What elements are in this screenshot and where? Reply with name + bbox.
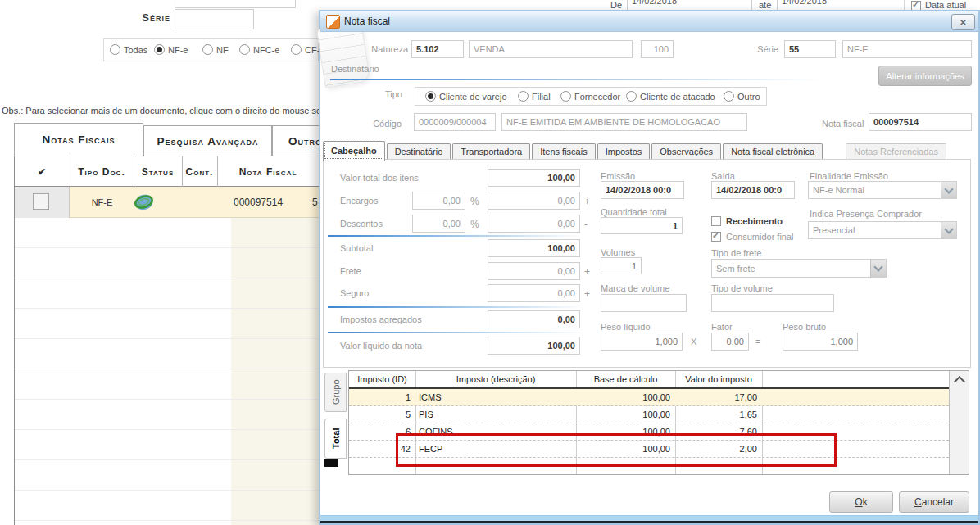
serie-desc-input[interactable]: NF-E xyxy=(842,40,972,58)
saida-input[interactable]: 14/02/2018 00:0 xyxy=(711,181,795,199)
col-check[interactable]: ✔ xyxy=(14,156,70,188)
fator-input[interactable]: 0,00 xyxy=(711,333,749,351)
imposto-row[interactable]: 1 ICMS 100,00 17,00 xyxy=(349,389,949,406)
radio-icon xyxy=(724,91,734,102)
radio-icon xyxy=(425,91,436,102)
presenca-label: Indica Presença Comprador xyxy=(810,209,922,219)
imposto-row[interactable]: 5 PIS 100,00 1,65 xyxy=(349,406,949,423)
natureza-code-input[interactable]: 5.102 xyxy=(411,40,464,58)
destinatario-nome-input[interactable]: NF-E EMITIDA EM AMBIENTE DE HOMOLOGACAO xyxy=(501,113,747,131)
col-valor-imposto[interactable]: Valor do imposto xyxy=(675,371,762,387)
seguro-input[interactable]: 0,00 xyxy=(488,284,580,302)
radio-nf[interactable]: NF xyxy=(202,44,229,55)
group-underline xyxy=(330,79,822,80)
serie-label: Série xyxy=(746,44,778,54)
radio-cliente-varejo[interactable]: Cliente de varejo xyxy=(425,91,507,102)
close-button[interactable]: ✕ xyxy=(951,14,975,30)
emissao-label: Emissão xyxy=(601,171,635,181)
presenca-select[interactable]: Presencial xyxy=(808,221,957,239)
finalidade-select[interactable]: NF-e Normal xyxy=(808,181,957,199)
valor-liquido-input[interactable]: 100,00 xyxy=(488,337,580,355)
col-tipo-doc[interactable]: Tipo Doc. xyxy=(70,156,134,188)
cancel-button[interactable]: Cancelar xyxy=(899,491,969,513)
peso-bruto-input[interactable]: 1,000 xyxy=(783,333,858,351)
side-tab-grupo[interactable]: Grupo xyxy=(324,373,347,412)
section-divider xyxy=(328,332,583,333)
tipo-group: Cliente de varejo Filial Fornecedor Clie… xyxy=(415,87,767,106)
encargos-valor-input[interactable]: 0,00 xyxy=(488,192,580,210)
emissao-input[interactable]: 14/02/2018 00:0 xyxy=(601,181,684,199)
codigo-input[interactable]: 0000009/000004 xyxy=(414,113,496,131)
col-imposto-id[interactable]: Imposto (ID) xyxy=(349,371,415,387)
peso-liquido-input[interactable]: 1,000 xyxy=(601,333,683,351)
tab-notas-fiscais[interactable]: Notas Fiscais xyxy=(14,123,143,156)
radio-filial[interactable]: Filial xyxy=(518,91,551,102)
natureza-label: Natureza xyxy=(349,44,408,54)
radio-icon xyxy=(239,44,250,55)
encargos-pct-input[interactable]: 0,00 xyxy=(412,192,465,210)
alterar-informacoes-button[interactable]: Alterar informações xyxy=(878,66,972,86)
radio-nfe[interactable]: NF-e xyxy=(154,44,188,55)
valor-total-label: Valor total dos itens xyxy=(340,173,419,183)
impostos-agregados-input[interactable]: 0,00 xyxy=(488,310,580,328)
tab-impostos[interactable]: Impostos xyxy=(597,143,651,160)
tipo-frete-select[interactable]: Sem frete xyxy=(711,259,887,278)
data-atual-label: Data atual xyxy=(925,0,966,10)
grid-header: ✔ Tipo Doc. Status Cont. Nota Fiscal xyxy=(14,156,319,187)
dialog-titlebar[interactable]: Nota fiscal ✕ xyxy=(320,11,978,32)
tab-nota-fiscal-eletronica[interactable]: Nota fiscal eletrônica xyxy=(723,143,823,160)
tipo-frete-label: Tipo de frete xyxy=(711,248,761,258)
frete-input[interactable]: 0,00 xyxy=(488,262,580,280)
volumes-input[interactable]: 1 xyxy=(601,257,642,274)
tipo-volume-input[interactable] xyxy=(711,294,834,312)
grid-empty-rows xyxy=(15,218,319,525)
plus-sign: + xyxy=(584,266,590,278)
row-select-cell xyxy=(15,187,70,218)
chevron-down-icon xyxy=(941,222,956,238)
tab-observacoes[interactable]: Observações xyxy=(651,143,721,160)
col-nota-fiscal[interactable]: Nota Fiscal xyxy=(217,156,319,188)
quantidade-input[interactable]: 1 xyxy=(601,217,683,234)
radio-todas[interactable]: Todas xyxy=(110,44,147,55)
natureza-desc-input[interactable]: VENDA xyxy=(469,40,633,58)
descontos-pct-input[interactable]: 0,00 xyxy=(412,215,465,233)
dialog-title: Nota fiscal xyxy=(344,16,390,27)
marca-volume-input[interactable] xyxy=(601,294,687,312)
section-divider xyxy=(328,235,583,237)
radio-icon xyxy=(560,91,571,102)
plus-sign: + xyxy=(584,288,590,300)
tab-pesquisa-avancada[interactable]: Pesquisa Avançada xyxy=(143,125,272,156)
nota-fiscal-label: Nota fiscal xyxy=(822,119,864,129)
finalidade-label: Finalidade Emissão xyxy=(810,171,888,181)
subtotal-input[interactable]: 100,00 xyxy=(488,239,580,257)
recebimento-checkbox[interactable] xyxy=(711,216,721,226)
radio-nfce[interactable]: NFC-e xyxy=(239,44,279,55)
col-cont[interactable]: Cont. xyxy=(182,156,217,188)
descontos-valor-input[interactable]: 0,00 xyxy=(488,215,580,233)
col-base-calculo[interactable]: Base de cálculo xyxy=(576,371,675,387)
natureza-aux-input[interactable]: 100 xyxy=(641,40,674,58)
radio-cliente-atacado[interactable]: Cliente de atacado xyxy=(626,91,715,102)
date-de-label: De xyxy=(610,0,622,10)
scroll-up-icon[interactable] xyxy=(954,376,965,387)
valor-total-input[interactable]: 100,00 xyxy=(488,169,580,187)
side-tab-total[interactable]: Total xyxy=(324,419,347,459)
destinatario-group-label: Destinatário xyxy=(331,64,379,74)
serie-code-input[interactable]: 55 xyxy=(784,40,836,58)
nota-fiscal-input[interactable]: 000097514 xyxy=(869,113,972,131)
radio-icon xyxy=(154,44,165,55)
table-row[interactable]: NF-E 000097514 5 xyxy=(15,187,319,218)
col-status[interactable]: Status xyxy=(134,156,182,188)
col-imposto-descricao[interactable]: Imposto (descrição) xyxy=(415,371,576,387)
row-checkbox[interactable] xyxy=(33,193,49,210)
tab-destinatario[interactable]: Destinatário xyxy=(387,143,451,160)
ok-button[interactable]: Ok xyxy=(829,491,893,513)
tab-cabecalho[interactable]: Cabeçalho xyxy=(323,141,385,161)
tab-itens-fiscais[interactable]: Itens fiscais xyxy=(532,143,595,160)
radio-outro[interactable]: Outro xyxy=(724,91,760,102)
radio-fornecedor[interactable]: Fornecedor xyxy=(560,91,620,102)
quantidade-label: Quantidade total xyxy=(601,207,667,217)
consumidor-final-checkbox[interactable] xyxy=(711,232,721,242)
table-scrollbar[interactable] xyxy=(949,371,969,474)
tab-transportadora[interactable]: Transportadora xyxy=(452,143,530,160)
